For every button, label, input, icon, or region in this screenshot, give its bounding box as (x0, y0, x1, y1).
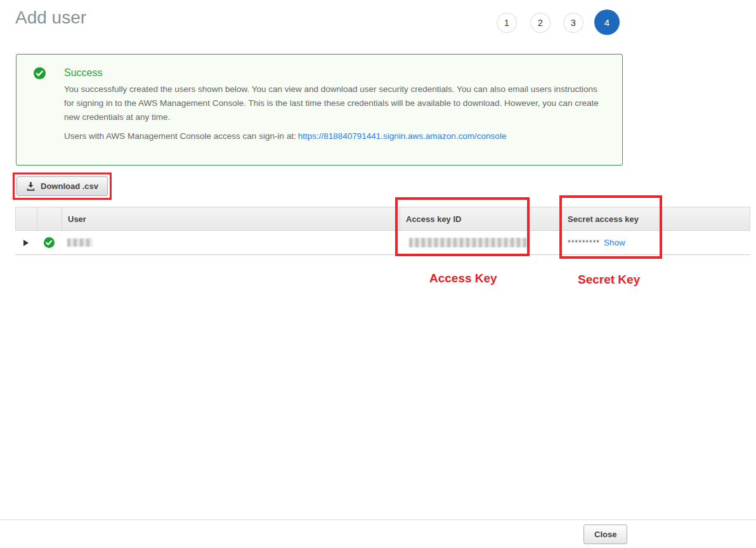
wizard-step-1[interactable]: 1 (497, 13, 517, 33)
close-button[interactable]: Close (583, 525, 627, 544)
signin-prefix: Users with AWS Management Console access… (64, 131, 296, 141)
download-csv-button[interactable]: Download .csv (16, 176, 108, 196)
access-key-annotation-box (395, 197, 530, 256)
signin-line: Users with AWS Management Console access… (64, 131, 506, 141)
expand-cell (15, 231, 37, 254)
success-heading: Success (64, 67, 102, 79)
header-status-column (37, 207, 62, 230)
wizard-step-2[interactable]: 2 (530, 13, 551, 33)
user-cell (62, 231, 400, 254)
download-annotation-box: Download .csv (13, 173, 112, 200)
signin-console-link[interactable]: https://818840791441.signin.aws.amazon.c… (298, 131, 507, 141)
header-user: User (62, 207, 400, 230)
footer-divider (0, 519, 756, 520)
download-icon (26, 181, 36, 191)
success-message: You successfully created the users shown… (64, 82, 607, 124)
redacted-user-name (67, 238, 93, 247)
secret-key-annotation-box (559, 195, 662, 259)
check-circle-icon (34, 67, 46, 79)
wizard-step-3[interactable]: 3 (563, 13, 583, 33)
check-circle-icon (44, 237, 55, 248)
status-cell (37, 231, 62, 254)
secret-key-annotation-label: Secret Key (578, 273, 640, 287)
page-title: Add user (15, 8, 86, 28)
access-key-annotation-label: Access Key (429, 271, 497, 285)
caret-right-icon[interactable] (23, 240, 29, 246)
download-csv-label: Download .csv (41, 181, 98, 191)
header-expand-column (16, 207, 37, 230)
wizard-step-4-active[interactable]: 4 (594, 10, 620, 35)
success-banner: Success You successfully created the use… (16, 54, 623, 166)
